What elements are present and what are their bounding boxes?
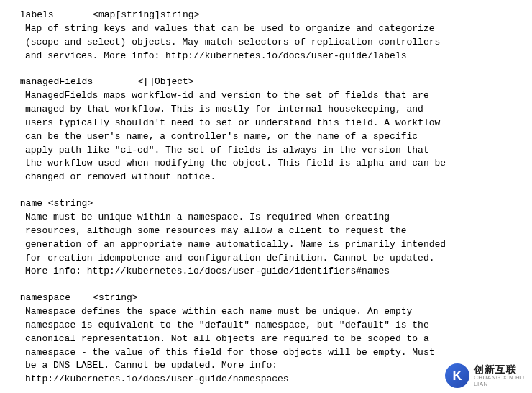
watermark-logo-icon: K bbox=[445, 363, 469, 388]
field-description: ManagedFields maps workflow-id and versi… bbox=[14, 89, 518, 184]
watermark-en: CHUANG XIN HU LIAN bbox=[474, 375, 526, 388]
field-header: name <string> bbox=[14, 197, 518, 211]
field-description: Map of string keys and values that can b… bbox=[14, 22, 518, 63]
watermark-text: 创新互联 CHUANG XIN HU LIAN bbox=[474, 364, 526, 388]
field-labels: labels <map[string]string> Map of string… bbox=[14, 9, 518, 63]
watermark-logo-letter: K bbox=[453, 366, 462, 385]
field-header: namespace <string> bbox=[14, 292, 518, 305]
field-header: labels <map[string]string> bbox=[14, 9, 518, 22]
field-name: name <string> Name must be unique within… bbox=[14, 197, 518, 279]
field-description: Name must be unique within a namespace. … bbox=[14, 211, 518, 279]
watermark: K 创新互联 CHUANG XIN HU LIAN bbox=[439, 358, 532, 393]
field-header: managedFields <[]Object> bbox=[14, 76, 518, 89]
field-managedFields: managedFields <[]Object> ManagedFields m… bbox=[14, 76, 518, 184]
watermark-cn: 创新互联 bbox=[474, 364, 526, 375]
doc-content: labels <map[string]string> Map of string… bbox=[14, 9, 518, 387]
